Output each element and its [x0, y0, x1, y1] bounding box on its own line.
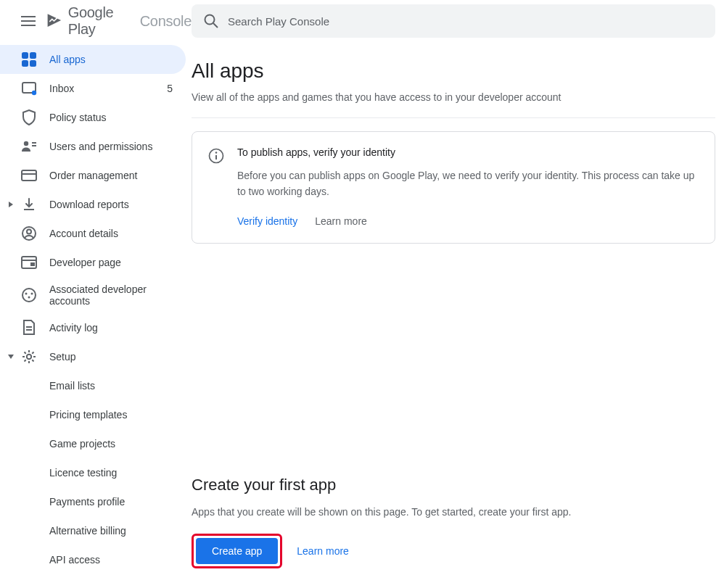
svg-rect-6 [22, 61, 28, 66]
create-app-highlight: Create app [192, 534, 282, 568]
svg-point-33 [215, 152, 218, 154]
sidebar-item-all-apps[interactable]: All apps [0, 45, 186, 74]
svg-point-22 [22, 289, 36, 302]
account-icon [20, 225, 38, 242]
svg-rect-7 [30, 61, 36, 66]
svg-point-30 [205, 15, 215, 25]
svg-point-29 [27, 355, 31, 359]
sidebar-item-label: Order management [49, 170, 177, 181]
sidebar: Google Play Console All apps Inbox 5 Pol… [0, 0, 192, 588]
sidebar-item-label: Users and permissions [49, 141, 177, 152]
menu-icon [21, 16, 36, 26]
gear-icon [20, 348, 38, 365]
sidebar-sub-licence-testing[interactable]: Licence testing [0, 458, 192, 487]
create-section-body: Apps that you create will be shown on th… [192, 506, 715, 518]
svg-rect-13 [22, 170, 36, 181]
svg-point-25 [28, 297, 30, 299]
brand-text-play: Google Play [68, 4, 136, 38]
brand-text-console: Console [140, 13, 192, 30]
sidebar-item-label: Account details [49, 228, 177, 239]
create-app-button[interactable]: Create app [196, 538, 278, 564]
search-input[interactable] [228, 15, 704, 28]
svg-point-18 [27, 230, 31, 234]
svg-rect-21 [30, 262, 35, 266]
sidebar-item-account-details[interactable]: Account details [0, 219, 186, 248]
sidebar-item-setup[interactable]: Setup [0, 342, 186, 371]
learn-more-link[interactable]: Learn more [315, 215, 367, 227]
sidebar-item-label: Associated developer accounts [49, 283, 177, 307]
inbox-icon [20, 80, 38, 97]
card-icon [20, 167, 38, 184]
svg-point-24 [31, 293, 33, 295]
search-box[interactable] [192, 4, 715, 38]
users-icon [20, 138, 38, 155]
search-icon [203, 13, 219, 29]
download-icon [20, 196, 38, 213]
sidebar-item-order-management[interactable]: Order management [0, 161, 186, 190]
sidebar-nav: All apps Inbox 5 Policy status Users and… [0, 42, 192, 574]
svg-point-10 [24, 141, 28, 146]
shield-icon [20, 109, 38, 126]
verify-identity-card: To publish apps, verify your identity Be… [192, 131, 715, 244]
info-icon [208, 148, 224, 164]
create-section-title: Create your first app [192, 476, 715, 494]
sidebar-item-label: Policy status [49, 112, 177, 123]
brand-logo[interactable]: Google Play Console [46, 4, 192, 38]
sidebar-item-developer-page[interactable]: Developer page [0, 248, 186, 277]
info-card-body: Before you can publish apps on Google Pl… [237, 168, 699, 199]
sidebar-item-policy-status[interactable]: Policy status [0, 103, 186, 132]
svg-rect-0 [21, 16, 36, 17]
sidebar-item-label: Developer page [49, 257, 177, 268]
inbox-badge: 5 [167, 83, 173, 94]
sidebar-header: Google Play Console [0, 0, 192, 42]
document-icon [20, 319, 38, 336]
svg-rect-5 [30, 53, 36, 58]
svg-rect-1 [21, 20, 36, 22]
verify-identity-link[interactable]: Verify identity [237, 215, 297, 227]
sidebar-sub-email-lists[interactable]: Email lists [0, 371, 192, 400]
svg-line-31 [213, 23, 218, 28]
sidebar-item-label: All apps [49, 54, 177, 65]
svg-point-23 [25, 293, 28, 295]
sidebar-sub-api-access[interactable]: API access [0, 545, 192, 574]
sidebar-item-label: Inbox [49, 83, 167, 94]
chevron-right-icon [4, 198, 17, 211]
create-learn-more-link[interactable]: Learn more [297, 545, 349, 557]
svg-marker-28 [8, 355, 14, 359]
sidebar-item-associated-accounts[interactable]: Associated developer accounts [0, 277, 186, 313]
sidebar-item-activity-log[interactable]: Activity log [0, 313, 186, 342]
create-app-section: Create your first app Apps that you crea… [192, 476, 715, 568]
info-card-title: To publish apps, verify your identity [237, 146, 699, 158]
svg-rect-4 [22, 53, 28, 58]
divider [192, 117, 715, 118]
sidebar-item-inbox[interactable]: Inbox 5 [0, 74, 186, 103]
page-title: All apps [192, 59, 715, 83]
page-subtitle: View all of the apps and games that you … [192, 91, 715, 103]
menu-button[interactable] [15, 7, 41, 36]
svg-rect-2 [21, 25, 36, 26]
associated-icon [20, 286, 38, 304]
chevron-down-icon [4, 350, 17, 363]
sidebar-sub-alternative-billing[interactable]: Alternative billing [0, 516, 192, 545]
svg-marker-15 [9, 202, 13, 207]
sidebar-item-label: Download reports [49, 199, 177, 210]
window-icon [20, 254, 38, 271]
sidebar-sub-payments-profile[interactable]: Payments profile [0, 487, 192, 516]
sidebar-item-label: Activity log [49, 322, 177, 334]
sidebar-item-label: Setup [49, 351, 177, 363]
main-content: All apps View all of the apps and games … [192, 42, 715, 568]
sidebar-item-users-permissions[interactable]: Users and permissions [0, 132, 186, 161]
apps-icon [20, 51, 38, 68]
main-column: All apps View all of the apps and games … [192, 0, 724, 588]
sidebar-item-download-reports[interactable]: Download reports [0, 190, 186, 219]
sidebar-sub-game-projects[interactable]: Game projects [0, 429, 192, 458]
sidebar-sub-pricing-templates[interactable]: Pricing templates [0, 400, 192, 429]
svg-point-9 [32, 91, 36, 95]
play-console-icon [46, 11, 64, 31]
